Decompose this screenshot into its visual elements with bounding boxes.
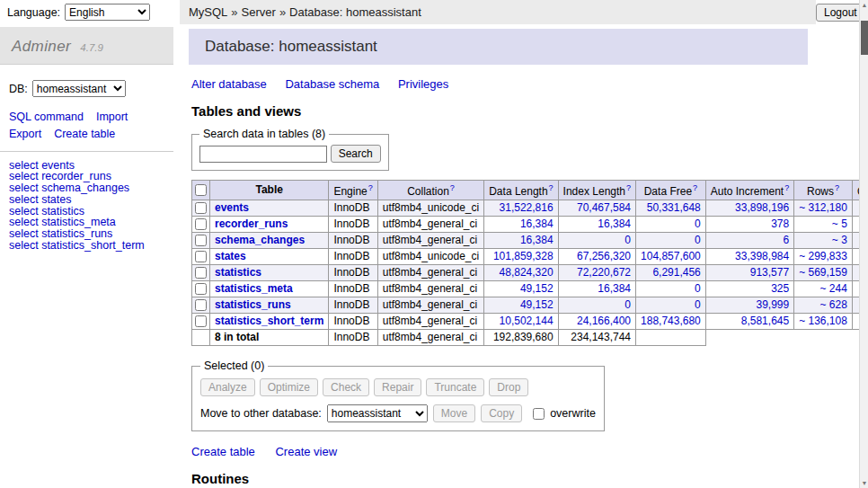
link-alter-database[interactable]: Alter database (191, 77, 267, 91)
data-free-link[interactable]: 6,291,456 (652, 266, 700, 279)
help-icon[interactable]: ? (368, 183, 373, 192)
table-link-statistics[interactable]: statistics (215, 266, 261, 279)
data-free-link[interactable]: 0 (695, 234, 701, 246)
index-length-link[interactable]: 0 (624, 234, 631, 246)
data-free-link[interactable]: 0 (695, 282, 701, 295)
scrollbar-up-icon[interactable]: ▲ (860, 0, 868, 10)
data-length-link[interactable]: 49,152 (520, 298, 554, 311)
row-checkbox-statistics_runs[interactable] (195, 299, 207, 311)
move-db-select[interactable]: homeassistant (327, 404, 428, 422)
move-button[interactable]: Move (433, 404, 475, 422)
rows-link[interactable]: ~ 136,108 (799, 315, 847, 327)
auto-increment-link[interactable]: 39,999 (756, 298, 789, 311)
rows-link[interactable]: ~ 569,159 (799, 266, 847, 279)
auto-increment-link[interactable]: 6 (783, 234, 789, 246)
auto-increment-cell: 325 (705, 281, 793, 297)
row-checkbox-statistics_short_term[interactable] (195, 315, 207, 327)
breadcrumb-link-server[interactable]: Server (242, 5, 276, 19)
index-length-link[interactable]: 24,166,400 (577, 315, 631, 327)
select-all-checkbox[interactable] (195, 184, 207, 196)
link-create-table[interactable]: Create table (191, 445, 255, 458)
scrollbar-thumb[interactable] (861, 21, 868, 55)
analyze-button[interactable]: Analyze (200, 378, 255, 396)
repair-button[interactable]: Repair (374, 378, 421, 396)
data-length-link[interactable]: 10,502,144 (500, 315, 554, 327)
sidebar-link-export[interactable]: Export (9, 128, 41, 140)
index-length-link[interactable]: 0 (624, 298, 631, 311)
row-checkbox-recorder_runs[interactable] (195, 218, 207, 230)
data-length-link[interactable]: 16,384 (520, 217, 554, 230)
data-length-link[interactable]: 16,384 (520, 234, 554, 246)
row-checkbox-statistics_meta[interactable] (195, 283, 207, 295)
auto-increment-link[interactable]: 33,398,984 (735, 250, 789, 262)
rows-link[interactable]: ~ 312,180 (799, 201, 847, 214)
rows-link[interactable]: ~ 628 (820, 298, 847, 311)
help-icon[interactable]: ? (784, 183, 789, 192)
index-length-link[interactable]: 16,384 (598, 282, 631, 295)
data-length-link[interactable]: 31,522,816 (500, 201, 554, 214)
table-link-events[interactable]: events (215, 201, 249, 214)
index-length-link[interactable]: 16,384 (598, 217, 631, 230)
sidebar-link-import[interactable]: Import (96, 111, 128, 123)
table-link-recorder_runs[interactable]: recorder_runs (215, 217, 288, 230)
sidebar-link-sql-command[interactable]: SQL command (9, 111, 84, 123)
table-total-row: 8 in totalInnoDButf8mb4_general_ci192,83… (192, 330, 868, 346)
help-icon[interactable]: ? (626, 183, 631, 192)
rows-link[interactable]: ~ 244 (820, 282, 847, 295)
sidebar-link-create-table[interactable]: Create table (54, 128, 115, 140)
rows-link[interactable]: ~ 5 (832, 217, 847, 230)
app-version[interactable]: 4.7.9 (80, 42, 103, 53)
table-link-statistics_short_term[interactable]: statistics_short_term (215, 315, 323, 327)
help-icon[interactable]: ? (450, 183, 455, 192)
auto-increment-link[interactable]: 378 (771, 217, 789, 230)
link-database-schema[interactable]: Database schema (285, 77, 379, 91)
data-free-link[interactable]: 0 (695, 298, 701, 311)
data-length-link[interactable]: 101,859,328 (493, 250, 554, 262)
table-name-cell: events (210, 200, 329, 217)
rows-link[interactable]: ~ 3 (832, 234, 847, 246)
row-checkbox-states[interactable] (195, 251, 207, 262)
data-free-link[interactable]: 0 (695, 217, 701, 230)
optimize-button[interactable]: Optimize (260, 378, 318, 396)
row-checkbox-statistics[interactable] (195, 267, 207, 279)
sidebar-link-select-statistics_short_term[interactable]: select statistics_short_term (9, 239, 145, 252)
vertical-scrollbar[interactable]: ▲ ▼ (859, 0, 868, 488)
data-length-link[interactable]: 48,824,320 (500, 266, 554, 279)
table-link-statistics_meta[interactable]: statistics_meta (215, 282, 293, 295)
data-length-link[interactable]: 49,152 (520, 282, 554, 295)
help-icon[interactable]: ? (835, 183, 839, 192)
auto-increment-link[interactable]: 33,898,196 (735, 201, 789, 214)
search-button[interactable]: Search (331, 145, 381, 163)
scrollbar-down-icon[interactable]: ▼ (860, 478, 868, 488)
language-select[interactable]: English (65, 4, 150, 21)
auto-increment-link[interactable]: 913,577 (750, 266, 789, 279)
drop-button[interactable]: Drop (489, 378, 528, 396)
breadcrumb-link-mysql[interactable]: MySQL (189, 5, 227, 19)
row-checkbox-schema_changes[interactable] (195, 235, 207, 246)
index-length-link[interactable]: 70,467,584 (577, 201, 631, 214)
auto-increment-link[interactable]: 8,581,645 (741, 315, 789, 327)
table-link-schema_changes[interactable]: schema_changes (215, 234, 305, 246)
table-link-states[interactable]: states (215, 250, 246, 262)
check-button[interactable]: Check (323, 378, 369, 396)
overwrite-checkbox[interactable] (533, 408, 545, 420)
search-input[interactable] (199, 146, 327, 163)
table-link-statistics_runs[interactable]: statistics_runs (215, 298, 291, 311)
index-length-link[interactable]: 72,220,672 (577, 266, 631, 279)
link-privileges[interactable]: Privileges (398, 77, 448, 91)
logout-button[interactable]: Logout (816, 4, 865, 22)
data-free-link[interactable]: 188,743,680 (641, 315, 701, 327)
db-select[interactable]: homeassistant (32, 80, 126, 97)
overwrite-label: overwrite (550, 407, 596, 420)
index-length-link[interactable]: 67,256,320 (577, 250, 631, 262)
data-free-link[interactable]: 50,331,648 (647, 201, 701, 214)
copy-button[interactable]: Copy (481, 404, 522, 422)
truncate-button[interactable]: Truncate (426, 378, 484, 396)
help-icon[interactable]: ? (693, 183, 697, 192)
data-free-link[interactable]: 104,857,600 (641, 250, 701, 262)
link-create-view[interactable]: Create view (275, 445, 337, 458)
row-checkbox-events[interactable] (195, 202, 207, 214)
auto-increment-link[interactable]: 325 (771, 282, 789, 295)
rows-link[interactable]: ~ 299,833 (799, 250, 847, 262)
help-icon[interactable]: ? (549, 183, 554, 192)
